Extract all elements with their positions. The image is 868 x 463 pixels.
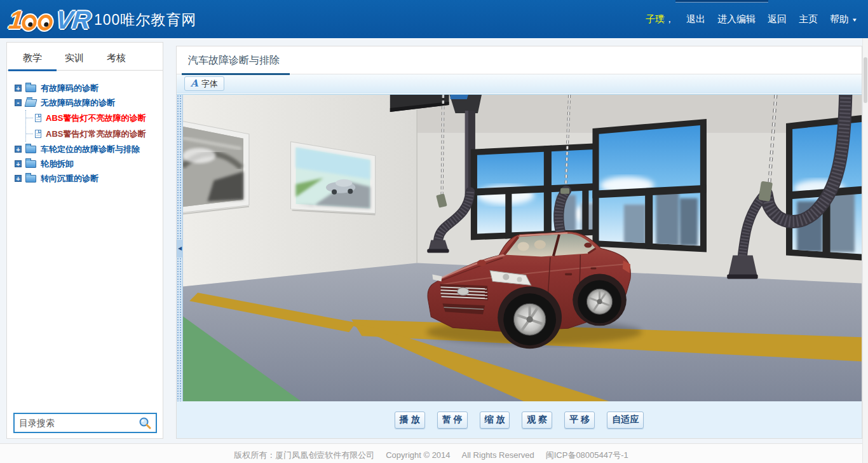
picture-frame-headlight bbox=[177, 120, 249, 215]
footer-text: 闽ICP备08005447号-1 bbox=[546, 450, 628, 460]
logout-link[interactable]: 退出 bbox=[686, 13, 705, 25]
garage-3d-scene[interactable] bbox=[177, 95, 862, 403]
sidebar-splitter[interactable]: ◀ bbox=[177, 95, 183, 403]
back-link[interactable]: 返回 bbox=[768, 13, 787, 25]
search-input[interactable] bbox=[19, 418, 139, 428]
header-links: 子璞 ， 退出进入编辑返回主页帮助▼ bbox=[646, 0, 858, 38]
page: 1 VR 100唯尔教育网 子璞 ， 退出进入编辑返回主页帮助▼ 教学实训考核 … bbox=[0, 0, 868, 463]
sidebar-tab-考核[interactable]: 考核 bbox=[98, 52, 134, 70]
tree-folder-label: 轮胎拆卸 bbox=[41, 158, 74, 170]
main-panel: 汽车故障诊断与排除 A 字体 bbox=[176, 46, 862, 439]
sidebar-tab-实训[interactable]: 实训 bbox=[57, 52, 92, 70]
folder-icon bbox=[25, 175, 36, 183]
tree-expander-icon[interactable]: + bbox=[15, 85, 22, 92]
folder-icon bbox=[25, 160, 36, 168]
header-bar: 1 VR 100唯尔教育网 子璞 ， 退出进入编辑返回主页帮助▼ bbox=[0, 0, 868, 38]
tree-leaf-label: ABS警告灯不亮故障的诊断 bbox=[46, 113, 146, 124]
pan-button[interactable]: 平 移 bbox=[564, 411, 595, 429]
tree-children: ABS警告灯不亮故障的诊断ABS警告灯常亮故障的诊断 bbox=[25, 110, 159, 142]
window-far-right bbox=[786, 115, 862, 261]
font-A-icon: A bbox=[191, 79, 198, 88]
tree-folder-row[interactable]: +车轮定位的故障诊断与排除 bbox=[15, 142, 159, 156]
home-link[interactable]: 主页 bbox=[799, 13, 818, 25]
footer-text: All Rights Reserved bbox=[462, 450, 534, 460]
site-logo[interactable]: 1 VR bbox=[8, 6, 92, 34]
play-button[interactable]: 播 放 bbox=[395, 411, 425, 429]
chevron-down-icon: ▼ bbox=[851, 17, 858, 23]
logo-eye-icon bbox=[37, 15, 54, 31]
tree-folder-label: 无故障码故障的诊断 bbox=[41, 97, 115, 109]
font-button-label: 字体 bbox=[201, 78, 218, 90]
sidebar-tabs: 教学实训考核 bbox=[7, 43, 163, 71]
fit-button[interactable]: 自适应 bbox=[607, 411, 644, 429]
observe-button[interactable]: 观 察 bbox=[522, 411, 552, 429]
toolbar-row: A 字体 bbox=[177, 74, 862, 93]
folder-icon bbox=[25, 146, 36, 153]
tree-folder-label: 转向沉重的诊断 bbox=[41, 173, 98, 184]
user-separator: ， bbox=[665, 13, 674, 25]
window-right-center bbox=[592, 119, 706, 252]
tree-folder-row[interactable]: -无故障码故障的诊断 bbox=[15, 95, 159, 110]
site-title: 100唯尔教育网 bbox=[94, 10, 196, 30]
viewer-control-bar: 播 放暂 停缩 放观 察平 移自适应 bbox=[177, 401, 862, 438]
logo-eye-icon bbox=[22, 15, 38, 31]
tree-leaf-row[interactable]: ABS警告灯常亮故障的诊断 bbox=[26, 126, 159, 142]
content-tab-underline bbox=[182, 73, 290, 75]
footer-text: 版权所有：厦门凤凰创壹软件有限公司 bbox=[234, 450, 374, 460]
collapse-arrow-icon[interactable]: ◀ bbox=[177, 240, 183, 258]
tree-leaf-label: ABS警告灯常亮故障的诊断 bbox=[46, 128, 146, 140]
footer-text: Copyright © 2014 bbox=[386, 450, 450, 460]
content-tab-row: 汽车故障诊断与排除 bbox=[177, 46, 862, 74]
course-tree: +有故障码的诊断-无故障码故障的诊断ABS警告灯不亮故障的诊断ABS警告灯常亮故… bbox=[7, 71, 163, 186]
document-icon bbox=[35, 130, 41, 138]
enter-edit-link[interactable]: 进入编辑 bbox=[717, 13, 756, 25]
tree-expander-icon[interactable]: + bbox=[15, 175, 22, 182]
course-sidebar: 教学实训考核 +有故障码的诊断-无故障码故障的诊断ABS警告灯不亮故障的诊断AB… bbox=[6, 42, 163, 439]
scrollbar-thumb[interactable] bbox=[864, 57, 867, 103]
magnifier-icon[interactable] bbox=[139, 417, 151, 429]
tree-expander-icon[interactable]: - bbox=[15, 99, 22, 106]
tree-expander-icon[interactable]: + bbox=[15, 160, 22, 167]
tree-folder-row[interactable]: +有故障码的诊断 bbox=[15, 81, 159, 95]
sidebar-tab-教学[interactable]: 教学 bbox=[15, 52, 50, 70]
logo-vr-text: VR bbox=[55, 6, 92, 34]
content-tab[interactable]: 汽车故障诊断与排除 bbox=[188, 54, 280, 67]
tree-folder-row[interactable]: +转向沉重的诊断 bbox=[15, 171, 159, 186]
font-button[interactable]: A 字体 bbox=[184, 76, 224, 91]
folder-icon bbox=[25, 99, 37, 107]
tree-folder-row[interactable]: +轮胎拆卸 bbox=[15, 156, 159, 171]
garage-3d-viewport[interactable]: ◀ bbox=[177, 94, 862, 403]
footer-copyright: 版权所有：厦门凤凰创壹软件有限公司Copyright © 2014All Rig… bbox=[0, 443, 862, 463]
document-icon bbox=[35, 114, 41, 122]
zoom-button[interactable]: 缩 放 bbox=[480, 411, 510, 429]
page-scrollbar[interactable] bbox=[862, 38, 868, 463]
tree-folder-label: 有故障码的诊断 bbox=[41, 83, 98, 94]
catalog-search-box bbox=[13, 413, 157, 433]
tree-expander-icon[interactable]: + bbox=[15, 146, 22, 153]
logo-100-text: 1 bbox=[8, 6, 55, 34]
tree-leaf-row[interactable]: ABS警告灯不亮故障的诊断 bbox=[26, 110, 159, 126]
pause-button[interactable]: 暂 停 bbox=[437, 411, 468, 429]
tree-folder-label: 车轮定位的故障诊断与排除 bbox=[41, 144, 140, 155]
folder-icon bbox=[25, 85, 36, 92]
help-link[interactable]: 帮助▼ bbox=[830, 13, 858, 25]
user-name[interactable]: 子璞 bbox=[646, 13, 665, 25]
